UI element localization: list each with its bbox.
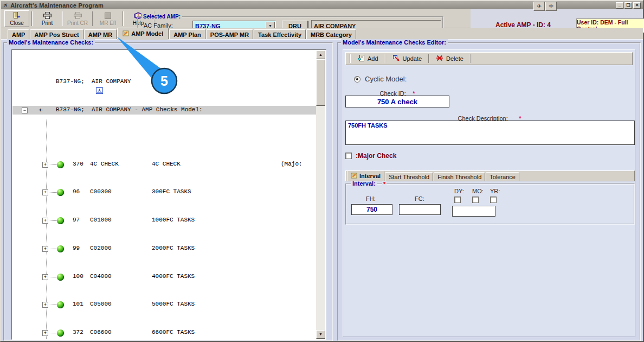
tree-model-label: B737-NG; AIR COMPANY - AMP Checks Model:: [56, 106, 203, 115]
tree-row[interactable]: + 372 C06600 6600FC TASKS: [12, 328, 316, 337]
tab-label: MRB Category: [311, 31, 352, 38]
tab-tolerance[interactable]: Tolerance: [486, 172, 519, 181]
check-node-icon: [57, 161, 64, 168]
tree-row[interactable]: + 97 C01000 1000FC TASKS: [12, 216, 316, 225]
tree-row-code: C04000: [90, 273, 112, 281]
tab-label: AMP Pos Struct: [34, 31, 79, 38]
mr-eff-icon: [105, 12, 111, 20]
tree-row-number: 99: [73, 244, 80, 253]
tab-pos-amp-mr[interactable]: POS-AMP MR: [206, 29, 253, 39]
check-description-textarea[interactable]: 750FH TASKS: [345, 121, 635, 145]
expand-expander[interactable]: +: [42, 162, 48, 168]
expand-expander[interactable]: +: [42, 246, 48, 252]
expand-expander[interactable]: +: [42, 302, 48, 308]
tab-amp-plan[interactable]: AMP Plan: [169, 29, 205, 39]
mo-checkbox[interactable]: [472, 197, 479, 203]
tree-row[interactable]: + 101 C05000 5000FC TASKS: [12, 300, 316, 309]
restore-button[interactable]: ❏: [624, 2, 632, 9]
tree-root-row[interactable]: B737-NG; AIR COMPANY: [12, 78, 316, 86]
window-controls: _ ❏ ✕: [616, 2, 641, 9]
update-button[interactable]: Update: [389, 53, 426, 64]
cyclic-model-label: Cyclic Model:: [365, 75, 407, 83]
tab-finish-threshold[interactable]: Finish Threshold: [434, 172, 485, 181]
main-toolbar: Close Print Print CR MR Eff: [1, 9, 643, 28]
selected-amp-group-label: Selected AMP:: [141, 14, 182, 20]
tree-row-code: C06600: [90, 328, 112, 337]
close-window-button[interactable]: ✕: [633, 2, 641, 9]
tree-row-description: 5000FC TASKS: [152, 300, 195, 309]
tree-row[interactable]: + 370 4C CHECK 4C CHECK (Majo:: [12, 160, 316, 169]
fc-label: FC:: [415, 195, 424, 202]
tab-label: Interval: [359, 173, 381, 179]
expand-expander[interactable]: +: [42, 218, 48, 224]
calendar-interval-input[interactable]: [452, 206, 495, 217]
tree-row-number: 372: [73, 328, 83, 337]
expand-expander[interactable]: +: [42, 330, 48, 336]
delete-x-icon: [436, 54, 443, 63]
scroll-up-button[interactable]: ▲: [316, 50, 325, 59]
radio-dot: [356, 78, 358, 80]
scroll-thumb[interactable]: [316, 59, 325, 106]
delete-button[interactable]: Delete: [432, 53, 467, 64]
print-button[interactable]: Print: [35, 10, 60, 27]
window-title: Aircraft's Maintenance Program: [10, 2, 104, 9]
tab-mrb-category[interactable]: MRB Category: [306, 29, 356, 39]
tree-row-code: 4C CHECK: [90, 160, 119, 169]
close-button[interactable]: Close: [4, 10, 29, 27]
collapse-expander[interactable]: −: [22, 107, 28, 113]
toolbar-separator: [62, 11, 63, 26]
tree-row-number: 97: [73, 216, 80, 225]
tree-scrollbar[interactable]: ▲ ▼: [316, 50, 325, 339]
check-node-icon: [57, 301, 64, 308]
client-area: Model's Maintenance Checks: B737-NG; AIR…: [1, 39, 643, 341]
tree-row[interactable]: + 99 C02000 2000FC TASKS: [12, 244, 316, 253]
check-id-input[interactable]: [345, 96, 449, 107]
minimize-button[interactable]: _: [616, 2, 623, 9]
expand-expander[interactable]: +: [42, 274, 48, 280]
print-cr-button[interactable]: Print CR: [65, 10, 90, 27]
print-cr-button-label: Print CR: [67, 20, 88, 26]
tab-label: Tolerance: [490, 174, 516, 180]
tab-amp-pos-struct[interactable]: AMP Pos Struct: [30, 29, 83, 39]
tree-row[interactable]: + 100 C04000 4000FC TASKS: [12, 273, 316, 281]
notepad-pencil-icon: [351, 172, 357, 180]
tree-row-number: 101: [73, 300, 83, 309]
tab-interval[interactable]: Interval: [347, 170, 384, 181]
close-button-label: Close: [10, 20, 24, 26]
mdi-plane-button[interactable]: ✈: [533, 2, 545, 11]
tree-row-code: C01000: [90, 216, 112, 225]
mr-eff-button[interactable]: MR Eff: [95, 10, 120, 27]
maintenance-checks-panel-title: Model's Maintenance Checks:: [7, 39, 95, 46]
add-button[interactable]: Add: [353, 53, 382, 64]
tree-row[interactable]: + 96 C00300 300FC TASKS: [12, 188, 316, 197]
cyclic-model-radio[interactable]: [354, 76, 360, 83]
fc-input[interactable]: [399, 204, 441, 215]
tab-amp[interactable]: AMP: [8, 29, 29, 39]
toolbar-separator: [31, 11, 33, 26]
fh-label: FH:: [366, 195, 376, 202]
add-note-icon: [357, 54, 365, 63]
tab-start-threshold[interactable]: Start Threshold: [385, 172, 433, 181]
major-check-checkbox[interactable]: [345, 153, 352, 159]
dy-checkbox[interactable]: [454, 197, 461, 203]
toolbar-separator: [470, 54, 471, 63]
scroll-down-button[interactable]: ▼: [316, 330, 325, 339]
tree-root-label: B737-NG; AIR COMPANY: [56, 78, 131, 86]
tab-amp-model[interactable]: AMP Model: [117, 28, 169, 39]
tree-row-number: 96: [73, 188, 80, 197]
tree-model-row[interactable]: − ✈ B737-NG; AIR COMPANY - AMP Checks Mo…: [12, 106, 316, 115]
mdi-cross-button[interactable]: ✛: [545, 2, 557, 11]
tab-label: POS-AMP MR: [210, 31, 249, 38]
tab-task-effectivity[interactable]: Task Effectivity: [254, 29, 306, 39]
tab-label: AMP MR: [88, 31, 112, 38]
yr-checkbox[interactable]: [490, 197, 497, 203]
maintenance-checks-panel: Model's Maintenance Checks: B737-NG; AIR…: [3, 42, 333, 341]
tab-amp-mr[interactable]: AMP MR: [84, 29, 117, 39]
tab-label: AMP Plan: [173, 31, 201, 38]
expand-expander[interactable]: +: [42, 189, 48, 195]
update-icon: [392, 54, 400, 63]
toolbar-separator: [123, 11, 124, 26]
cross-icon: ✛: [549, 3, 553, 10]
tree-dotted-connector: [49, 192, 57, 193]
fh-input[interactable]: [351, 204, 392, 215]
